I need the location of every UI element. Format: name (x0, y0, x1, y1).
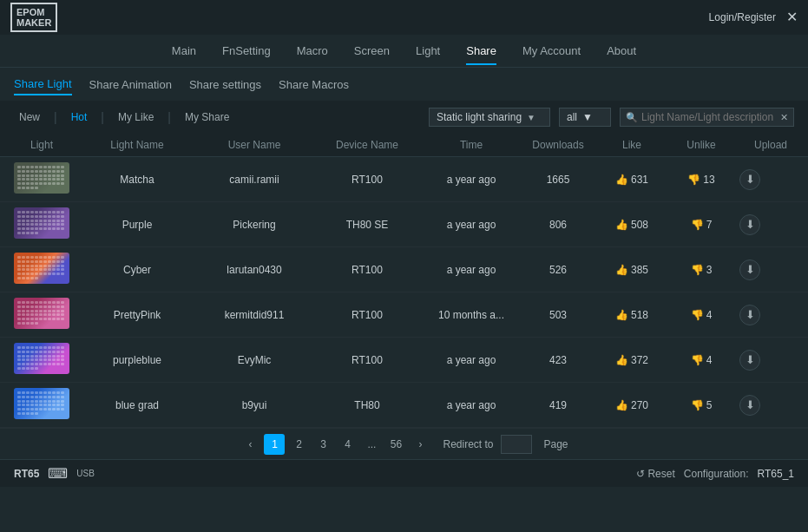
page-prev[interactable]: ‹ (240, 434, 260, 455)
nav-share[interactable]: Share (466, 37, 496, 64)
table-header: Light Light Name User Name Device Name T… (0, 134, 808, 157)
login-register-button[interactable]: Login/Register (709, 11, 776, 23)
title-bar-right: Login/Register ✕ (709, 10, 798, 24)
title-bar: EPOM MAKER Login/Register ✕ (0, 0, 808, 35)
filter-hot[interactable]: Hot (66, 109, 93, 125)
unlike-count: 7 (706, 219, 713, 231)
downloads-cell: 503 (519, 304, 597, 326)
downloads-cell: 806 (519, 213, 597, 236)
nav-fnsetting[interactable]: FnSetting (222, 37, 271, 64)
thumbup-icon: 👍 (615, 354, 628, 366)
nav-light[interactable]: Light (416, 37, 440, 64)
like-cell: 👍270 (597, 394, 667, 417)
user-name-cell: kermitdid911 (198, 304, 311, 326)
config-value: RT65_1 (758, 468, 794, 480)
downloads-cell: 419 (519, 394, 597, 417)
sharing-type-dropdown[interactable]: Static light sharing ▼ (429, 108, 550, 127)
page-next[interactable]: › (410, 434, 430, 455)
thumbdown-icon: 👎 (691, 219, 704, 231)
device-name-cell: RT100 (311, 259, 424, 281)
like-cell: 👍518 (597, 304, 667, 326)
all-dropdown[interactable]: all ▼ (559, 108, 611, 127)
filter-bar: New | Hot | My Like | My Share Static li… (0, 101, 808, 134)
unlike-count: 4 (706, 309, 713, 321)
nav-about[interactable]: About (607, 37, 636, 64)
filter-mylike[interactable]: My Like (113, 109, 159, 125)
logo-line1: EPOM (16, 7, 51, 17)
like-count: 385 (631, 264, 648, 276)
chevron-down-icon: ▼ (527, 113, 535, 122)
downloads-cell: 423 (519, 349, 597, 371)
device-name: RT65 (14, 468, 39, 480)
keyboard-thumbnail (14, 162, 69, 194)
keyboard-thumbnail (14, 298, 69, 329)
download-button[interactable]: ⬇ (739, 305, 760, 325)
page-1[interactable]: 1 (264, 434, 285, 455)
divider-3: | (168, 110, 171, 124)
logo: EPOM MAKER (10, 3, 57, 32)
table-row: PurplePickeringTH80 SEa year ago806👍508👎… (0, 202, 808, 247)
user-name-cell: camii.ramii (198, 168, 311, 191)
download-button[interactable]: ⬇ (739, 350, 760, 371)
tab-share-macros[interactable]: Share Macros (279, 75, 349, 95)
nav-screen[interactable]: Screen (354, 37, 390, 64)
col-time: Time (424, 134, 519, 156)
device-name-cell: TH80 SE (311, 213, 424, 236)
nav-main[interactable]: Main (172, 37, 196, 64)
tab-share-settings[interactable]: Share settings (189, 75, 261, 95)
table-row: blue gradb9yuiTH80a year ago419👍270👎5⬇⌄ (0, 383, 808, 428)
page-input[interactable] (501, 435, 532, 454)
page-3[interactable]: 3 (312, 434, 333, 455)
unlike-count: 4 (706, 354, 713, 366)
light-name-cell: blue grad (76, 394, 198, 417)
tab-share-light[interactable]: Share Light (14, 74, 72, 95)
filter-myshare[interactable]: My Share (180, 109, 234, 125)
user-name-cell: b9yui (198, 394, 311, 417)
like-cell: 👍508 (597, 213, 667, 236)
close-button[interactable]: ✕ (786, 10, 798, 24)
usb-label: USB (76, 469, 95, 478)
nav-macro[interactable]: Macro (297, 37, 328, 64)
usb-icon: ⌨ (48, 465, 68, 482)
like-count: 372 (631, 354, 648, 366)
page-2[interactable]: 2 (288, 434, 309, 455)
unlike-cell: 👎4 (667, 304, 736, 326)
search-input[interactable] (641, 111, 780, 123)
download-button[interactable]: ⬇ (739, 214, 760, 235)
thumbdown-icon: 👎 (691, 354, 704, 366)
like-count: 631 (631, 174, 648, 186)
tab-share-animation[interactable]: Share Animation (89, 75, 172, 95)
filter-new[interactable]: New (14, 109, 45, 125)
page-label: Page (544, 438, 568, 450)
light-name-cell: Matcha (76, 168, 198, 191)
like-cell: 👍372 (597, 349, 667, 371)
unlike-cell: 👎5 (667, 394, 736, 417)
unlike-count: 13 (703, 174, 714, 186)
table-row: purpleblueEvyMicRT100a year ago423👍372👎4… (0, 338, 808, 383)
download-button[interactable]: ⬇ (739, 259, 760, 280)
user-name-cell: Pickering (198, 213, 311, 236)
like-cell: 👍385 (597, 259, 667, 281)
table-row: Matchacamii.ramiiRT100a year ago1665👍631… (0, 157, 808, 202)
page-56[interactable]: 56 (385, 434, 406, 455)
unlike-count: 5 (706, 399, 713, 411)
device-name-cell: TH80 (311, 394, 424, 417)
clear-icon[interactable]: ✕ (780, 112, 788, 123)
download-button[interactable]: ⬇ (739, 395, 760, 416)
reset-button[interactable]: ↺ Reset (636, 468, 675, 480)
col-downloads: Downloads (519, 134, 597, 156)
nav-myaccount[interactable]: My Account (522, 37, 581, 64)
thumb-cell (7, 338, 76, 382)
light-name-cell: purpleblue (76, 349, 198, 371)
page-4[interactable]: 4 (337, 434, 358, 455)
upload-cell: ⬇ (736, 390, 805, 421)
col-unlike: Unlike (667, 134, 736, 156)
unlike-cell: 👎13 (667, 168, 736, 191)
keyboard-thumbnail (14, 343, 69, 374)
download-button[interactable]: ⬇ (739, 169, 760, 190)
time-cell: a year ago (424, 213, 519, 236)
light-name-cell: Cyber (76, 259, 198, 281)
sharing-type-label: Static light sharing (437, 111, 522, 123)
col-upload: Upload (736, 134, 805, 156)
time-cell: a year ago (424, 259, 519, 281)
